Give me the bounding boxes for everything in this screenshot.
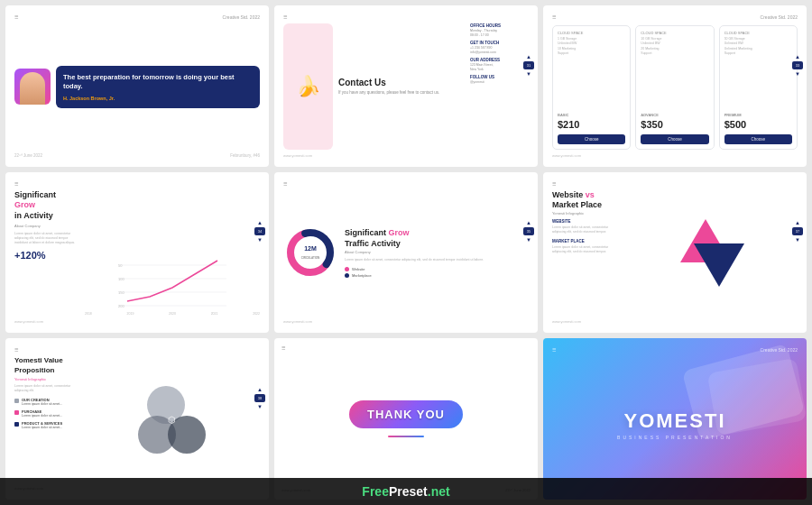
nav-down-arrow-3[interactable]: ▼ (795, 71, 800, 77)
hamburger-icon-5: ☰ (283, 181, 287, 187)
office-hours-label: OFFICE HOURS (470, 23, 529, 28)
product-text: PRODUCT & SERVICES Lorem ipsum dolor sit… (22, 421, 62, 429)
slide-6-highlight: vs (586, 190, 595, 199)
nav-down-arrow-7[interactable]: ▼ (257, 404, 263, 409)
triangle-down-shape (694, 243, 744, 287)
slide-7-sub: Yomesti Infographic (14, 377, 78, 381)
slide-4-url: www.yomesti.com (14, 319, 260, 324)
quote-box: The best preparation for tomorrow is doi… (56, 66, 260, 108)
nav-up-arrow-5[interactable]: ▲ (526, 220, 531, 225)
watermark-preset: Preset (389, 484, 428, 499)
slide-6-nav: ▲ 37 ▼ (792, 220, 803, 243)
legend-marketplace: Marketplace (345, 273, 529, 278)
website-dot (345, 267, 349, 271)
venn-diagram: ⬡ (138, 386, 206, 454)
nav-down-arrow[interactable]: ▼ (526, 71, 531, 77)
hamburger-icon-8: ☰ (281, 345, 285, 351)
nav-down-arrow-4[interactable]: ▼ (257, 237, 263, 243)
year-2018: 2018 (85, 312, 92, 316)
follow-us-label: FOLLOW US (470, 75, 529, 79)
quote-author: H. Jackson Brown, Jr. (63, 96, 253, 101)
plan-basic-price: $210 (558, 119, 579, 130)
plan-advance-choose-button[interactable]: Choose (641, 134, 708, 144)
slide-1-content: The best preparation for tomorrow is doi… (14, 25, 260, 149)
avatar-figure (20, 72, 45, 105)
slide-5-topbar: ☰ (283, 181, 529, 187)
year-2021: 2021 (211, 312, 218, 316)
triangles-area (625, 190, 798, 317)
address-label: OUR ADDRESS (470, 58, 529, 62)
slide-page: Februnbury, #46 (230, 153, 260, 158)
slide-6-body: Website vs Market Place Yomesti Infograp… (552, 190, 798, 317)
market-desc: Lorem ipsum dolor sit amet, consectetur … (552, 245, 620, 254)
chart-area: 200 150 100 50 2018 2019 2020 2021 2022 (85, 190, 260, 317)
plan-advance-name: CLOUD SPACE (641, 31, 666, 35)
slide-3-number: 33 (792, 61, 803, 69)
marketplace-dot (345, 273, 349, 278)
svg-text:50: 50 (118, 263, 123, 268)
address-text: 123 Main Street,New York (470, 63, 529, 71)
avatar (14, 69, 51, 105)
thankyou-button: THANK YOU (349, 400, 463, 428)
legend-creation: OUR CREATION Lorem ipsum dolor sit amet.… (14, 398, 78, 406)
nav-up-arrow[interactable]: ▲ (526, 54, 531, 60)
plan-premium: CLOUD SPACE 50 GB StorageUnlimited BWUnl… (719, 25, 798, 150)
nav-down-arrow-5[interactable]: ▼ (526, 237, 531, 243)
slide-4-topbar: ☰ (14, 181, 260, 187)
slide-5-number: 35 (523, 227, 534, 235)
plan-basic-tier: BASIC (558, 113, 568, 117)
slide-4-growth: +120% (14, 250, 78, 261)
market-label: MARKET PLACE (552, 239, 620, 243)
creation-text: OUR CREATION Lorem ipsum dolor sit amet.… (22, 398, 62, 406)
pricing-columns: CLOUD SPACE 1 GB StorageUnlimited BW10 M… (552, 25, 798, 150)
plan-basic: CLOUD SPACE 1 GB StorageUnlimited BW10 M… (552, 25, 631, 150)
get-in-touch-label: GET IN TOUCH (470, 41, 529, 45)
nav-up-arrow-7[interactable]: ▲ (257, 387, 263, 392)
nav-down-arrow-6[interactable]: ▼ (795, 237, 800, 243)
year-2020: 2020 (169, 312, 176, 316)
slide-7-title: Yomesti Value Proposition (14, 356, 78, 375)
slide-2-url: www.yomesti.com (283, 153, 529, 158)
website-label: WEBSITE (552, 219, 620, 224)
office-hours-text: Monday - Thursday08:00 - 17:00 (470, 29, 529, 37)
hamburger-icon-6: ☰ (552, 181, 556, 187)
plan-premium-choose-button[interactable]: Choose (724, 134, 792, 144)
plan-basic-name: CLOUD SPACE (558, 31, 583, 35)
slide-website-vs: ☰ Website vs Market Place Yomesti Infogr… (543, 172, 807, 334)
svg-text:100: 100 (118, 277, 125, 281)
slide-date: 22ⁿᵈ June 2022 (14, 153, 42, 158)
slide-thankyou: ☰ THANK YOU www.yomesti.com 22ⁿᵈ June 20… (274, 338, 538, 500)
slide-pricing: ☰ Creative Std. 2022 CLOUD SPACE 1 GB St… (543, 5, 807, 167)
slide-value-prop: ☰ Yomesti Value Proposition Yomesti Info… (5, 338, 269, 500)
nav-up-arrow-4[interactable]: ▲ (257, 220, 263, 225)
year-2022: 2022 (253, 312, 260, 316)
slide-nav: ▲ 31 ▼ (523, 54, 534, 77)
chart-legend: Website Marketplace (345, 267, 529, 278)
website-desc: Lorem ipsum dolor sit amet, consectetur … (552, 225, 620, 234)
slide-3-title: Creative Std. 2022 (761, 14, 798, 20)
follow-us: FOLLOW US @yomesti (470, 75, 529, 85)
banana-image: 🍌 (283, 23, 333, 150)
nav-up-arrow-6[interactable]: ▲ (795, 220, 800, 225)
hamburger-icon-3: ☰ (552, 14, 556, 20)
venn-center-icon: ⬡ (168, 415, 176, 425)
line-chart: 200 150 100 50 (85, 256, 260, 310)
slide-7-body: Yomesti Value Proposition Yomesti Infogr… (14, 356, 260, 482)
slide-7-desc: Lorem ipsum dolor sit amet, consectetur … (14, 384, 78, 393)
plan-premium-price: $500 (724, 119, 746, 130)
svg-text:150: 150 (118, 290, 125, 295)
slide-2-topbar: ☰ (283, 14, 529, 20)
slide-5-desc: Lorem ipsum dolor sit amet, consectetur … (345, 258, 529, 262)
legend-purchase: PURCHASE Lorem ipsum dolor sit amet... (14, 409, 78, 418)
slide-4-sub: About Company (14, 224, 78, 228)
hamburger-icon-9: ☰ (552, 347, 556, 353)
slide-3-nav: ▲ 33 ▼ (792, 54, 803, 77)
slide-6-left: Website vs Market Place Yomesti Infograp… (552, 190, 620, 317)
plan-premium-tier: PREMIUM (724, 113, 742, 117)
donut-value: 12M (304, 245, 317, 252)
nav-up-arrow-3[interactable]: ▲ (795, 54, 800, 60)
contact-info: OFFICE HOURS Monday - Thursday08:00 - 17… (470, 23, 529, 150)
plan-premium-features: 50 GB StorageUnlimited BWUnlimited Marke… (724, 37, 752, 111)
slide-5-sub: About Company (345, 250, 529, 254)
plan-basic-choose-button[interactable]: Choose (558, 134, 625, 144)
